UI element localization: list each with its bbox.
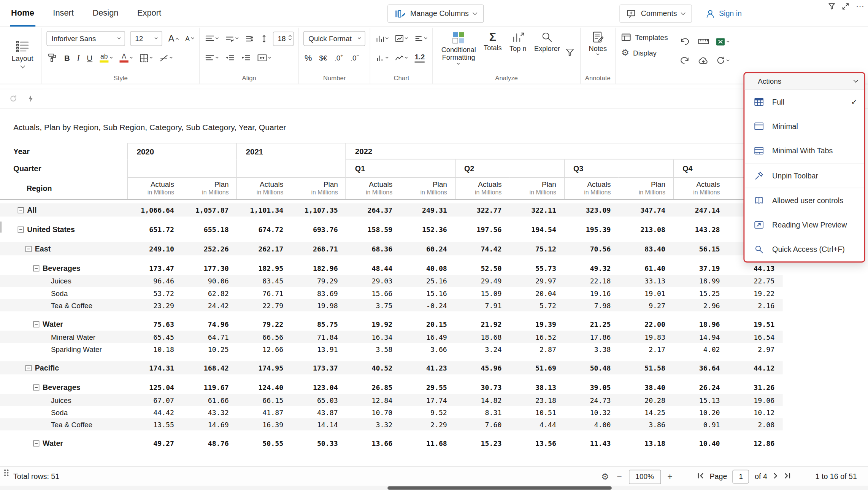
data-cell[interactable]: 16.52 (509, 331, 564, 343)
tab-design[interactable]: Design (92, 0, 120, 27)
data-cell[interactable]: 213.08 (619, 223, 673, 236)
data-cell[interactable]: 10.40 (673, 436, 728, 450)
data-cell[interactable]: 26.24 (673, 380, 728, 394)
column-header-7[interactable]: Actualsin Millions (455, 177, 509, 199)
data-cell[interactable]: 52.50 (455, 261, 509, 275)
font-size-select[interactable]: 12 (130, 31, 162, 46)
increase-indent-button[interactable] (240, 53, 251, 63)
data-cell[interactable]: 55.73 (509, 261, 564, 275)
first-page-button[interactable] (697, 473, 704, 481)
data-cell[interactable]: 1,057.87 (182, 203, 236, 216)
data-cell[interactable]: 71.84 (291, 331, 346, 343)
data-cell[interactable]: 22.79 (236, 299, 291, 311)
data-cell[interactable]: 85.75 (291, 317, 346, 331)
explorer-button[interactable]: Explorer (530, 29, 564, 54)
zoom-in-button[interactable]: + (667, 472, 673, 481)
data-cell[interactable]: 23.18 (509, 394, 564, 406)
data-cell[interactable]: 20.04 (509, 287, 564, 299)
data-cell[interactable]: 3.38 (564, 343, 619, 355)
data-cell[interactable]: 19.06 (728, 394, 782, 406)
redo-button[interactable] (679, 55, 691, 66)
data-cell[interactable]: 51.58 (619, 361, 673, 374)
matrix-row-beverages[interactable]: Beverages125.04119.67124.40123.0426.8529… (0, 380, 783, 394)
tab-export[interactable]: Export (136, 0, 162, 27)
vertical-align-button[interactable] (204, 34, 219, 43)
column-header-6[interactable]: Planin Millions (400, 177, 455, 199)
data-cell[interactable]: 19.22 (728, 287, 782, 299)
data-cell[interactable]: 268.71 (291, 242, 346, 255)
publish-button[interactable] (697, 55, 711, 66)
data-cell[interactable]: 1,101.34 (236, 203, 291, 216)
data-cell[interactable]: 26.85 (346, 380, 400, 394)
collapse-icon[interactable] (18, 207, 24, 213)
strikethrough-button[interactable] (158, 53, 173, 63)
matrix-row-soda[interactable]: Soda44.4243.3241.8743.8710.709.528.3110.… (0, 406, 783, 418)
data-cell[interactable]: 4.02 (673, 343, 728, 355)
data-cell[interactable]: 44.12 (728, 361, 782, 374)
data-cell[interactable]: 90.06 (182, 275, 236, 287)
data-cell[interactable]: 43.32 (182, 406, 236, 418)
data-cell[interactable]: 40.52 (346, 361, 400, 374)
display-button[interactable]: ⚙ Display (621, 48, 668, 57)
column-header-9[interactable]: Actualsin Millions (564, 177, 619, 199)
data-cell[interactable]: 16.39 (236, 418, 291, 430)
actions-menu-item-minimal-with-tabs[interactable]: Minimal With Tabs (744, 138, 864, 163)
data-cell[interactable]: 8.31 (455, 406, 509, 418)
data-cell[interactable]: 1,107.35 (291, 203, 346, 216)
data-cell[interactable]: 12.66 (236, 343, 291, 355)
data-cell[interactable]: 2.97 (728, 343, 782, 355)
data-cell[interactable]: 43.87 (291, 406, 346, 418)
expand-icon[interactable] (842, 3, 849, 10)
currency-format-button[interactable]: $€ (318, 52, 328, 63)
column-header-10[interactable]: Planin Millions (619, 177, 673, 199)
top-n-button[interactable]: Top n (506, 29, 530, 54)
line-chart-button[interactable] (394, 34, 409, 43)
actions-menu-item-quick-access-ctrl-f[interactable]: Quick Access (Ctrl+F) (744, 237, 864, 261)
data-cell[interactable]: 15.09 (455, 287, 509, 299)
refresh-button[interactable] (715, 55, 730, 66)
borders-button[interactable] (138, 52, 153, 64)
data-cell[interactable]: 18.68 (455, 331, 509, 343)
data-cell[interactable]: 16.49 (400, 331, 455, 343)
data-cell[interactable]: 655.18 (182, 223, 236, 236)
mini-bars-button[interactable] (375, 53, 389, 63)
data-cell[interactable]: 13.91 (291, 343, 346, 355)
quick-format-select[interactable]: Quick Format (303, 31, 365, 46)
horizontal-align-button[interactable] (204, 53, 219, 63)
data-cell[interactable]: 249.10 (127, 242, 182, 255)
data-cell[interactable]: 4.00 (564, 418, 619, 430)
data-cell[interactable]: 51.69 (509, 361, 564, 374)
layout-button[interactable]: Layout (8, 29, 37, 78)
matrix-row-sparkling-water[interactable]: Sparkling Water10.1810.2512.6613.913.583… (0, 343, 783, 355)
filter-icon[interactable] (828, 3, 835, 10)
data-cell[interactable]: 125.04 (127, 380, 182, 394)
data-cell[interactable]: 19.01 (619, 287, 673, 299)
actions-menu-item-unpin-toolbar[interactable]: Unpin Toolbar (744, 164, 864, 188)
data-cell[interactable]: 123.04 (291, 380, 346, 394)
data-cell[interactable]: 9.27 (619, 299, 673, 311)
matrix-row-juices[interactable]: Juices67.0761.6666.1565.0312.8417.7414.8… (0, 394, 783, 406)
data-cell[interactable]: 50.33 (291, 436, 346, 450)
data-cell[interactable]: 124.40 (236, 380, 291, 394)
actions-dropdown-header[interactable]: Actions (744, 73, 864, 90)
data-cell[interactable]: 264.37 (346, 203, 400, 216)
data-cell[interactable]: 24.42 (182, 299, 236, 311)
collapse-icon[interactable] (33, 440, 39, 446)
data-cell[interactable]: 10.25 (182, 343, 236, 355)
data-cell[interactable]: 31.26 (728, 380, 782, 394)
matrix-row-pacific[interactable]: Pacific174.31168.42174.95173.3740.5241.2… (0, 361, 783, 374)
data-cell[interactable]: 7.98 (564, 299, 619, 311)
data-cell[interactable]: 40.08 (400, 261, 455, 275)
data-cell[interactable]: 76.71 (236, 287, 291, 299)
last-page-button[interactable] (784, 473, 791, 481)
data-cell[interactable]: 2.29 (400, 418, 455, 430)
data-cell[interactable]: 65.03 (291, 394, 346, 406)
more-options-icon[interactable]: ⋯ (856, 1, 865, 11)
collapse-icon[interactable] (33, 321, 39, 327)
data-cell[interactable]: 24.73 (564, 394, 619, 406)
year-2020-header[interactable]: 2020 (127, 143, 236, 160)
data-cell[interactable]: 38.13 (509, 380, 564, 394)
data-cell[interactable]: 173.47 (127, 261, 182, 275)
data-cell[interactable]: 18.96 (673, 317, 728, 331)
zoom-level[interactable]: 100% (628, 469, 660, 484)
